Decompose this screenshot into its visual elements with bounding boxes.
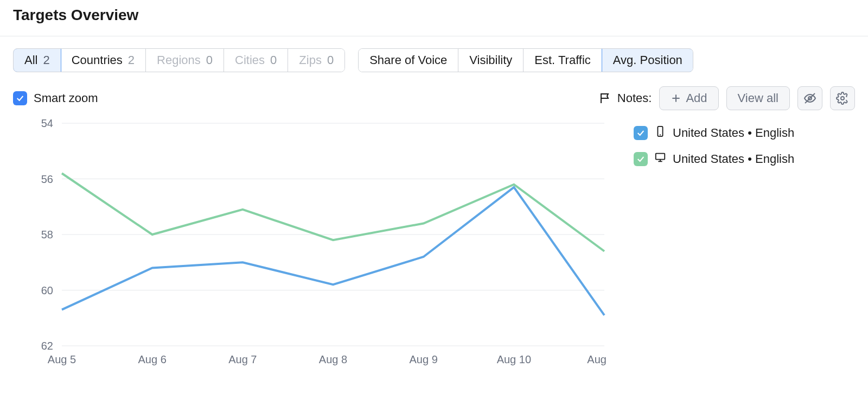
- svg-text:54: 54: [41, 118, 53, 129]
- legend-label: United States • English: [673, 126, 794, 140]
- tab-est-traffic[interactable]: Est. Traffic: [524, 49, 602, 72]
- svg-text:Aug 9: Aug 9: [410, 353, 438, 365]
- svg-text:Aug 7: Aug 7: [228, 353, 257, 365]
- tab-share-of-voice[interactable]: Share of Voice: [359, 49, 458, 72]
- view-all-notes-button[interactable]: View all: [726, 86, 790, 110]
- plus-icon: [671, 93, 681, 104]
- tab-regions: Regions0: [146, 49, 224, 72]
- svg-text:62: 62: [41, 340, 53, 352]
- checkbox-smart-zoom[interactable]: [13, 91, 27, 105]
- svg-rect-24: [656, 154, 665, 160]
- settings-button[interactable]: [830, 86, 855, 110]
- page-title: Targets Overview: [0, 0, 868, 36]
- notes-label: Notes:: [599, 91, 652, 105]
- tab-visibility[interactable]: Visibility: [458, 49, 524, 72]
- svg-text:Aug 8: Aug 8: [319, 353, 347, 365]
- desktop-icon: [654, 151, 666, 167]
- smart-zoom-label: Smart zoom: [34, 91, 98, 105]
- geo-tabs: All2Countries2Regions0Cities0Zips0: [13, 48, 345, 72]
- svg-text:58: 58: [41, 229, 53, 241]
- svg-text:60: 60: [41, 284, 53, 296]
- svg-text:Aug 5: Aug 5: [48, 353, 76, 365]
- line-chart[interactable]: 5456586062Aug 5Aug 6Aug 7Aug 8Aug 9Aug 1…: [13, 118, 610, 373]
- tab-countries[interactable]: Countries2: [61, 49, 146, 72]
- legend-checkbox[interactable]: [634, 126, 648, 140]
- tab-all[interactable]: All2: [13, 48, 61, 72]
- series-line[interactable]: [62, 187, 604, 315]
- metric-tabs: Share of VoiceVisibilityEst. TrafficAvg.…: [358, 48, 693, 72]
- svg-text:Aug 6: Aug 6: [138, 353, 167, 365]
- tab-avg-position[interactable]: Avg. Position: [602, 48, 693, 72]
- smart-zoom-toggle[interactable]: Smart zoom: [13, 91, 98, 105]
- toolbar-row: Smart zoom Notes: Add View all: [0, 79, 868, 116]
- chart-wrap: 5456586062Aug 5Aug 6Aug 7Aug 8Aug 9Aug 1…: [0, 116, 868, 386]
- flag-icon: [599, 92, 612, 105]
- legend-item[interactable]: United States • English: [631, 146, 796, 172]
- toggle-visibility-button[interactable]: [797, 86, 822, 110]
- svg-text:Aug 10: Aug 10: [497, 353, 531, 365]
- tab-zips: Zips0: [288, 49, 344, 72]
- legend-checkbox[interactable]: [634, 152, 648, 166]
- gear-icon: [836, 92, 849, 105]
- series-line[interactable]: [62, 173, 604, 251]
- svg-point-4: [841, 97, 844, 100]
- legend: United States • EnglishUnited States • E…: [631, 118, 796, 373]
- add-note-button[interactable]: Add: [659, 86, 718, 110]
- legend-item[interactable]: United States • English: [631, 120, 796, 146]
- svg-text:Aug 11: Aug 11: [587, 353, 610, 365]
- controls-row: All2Countries2Regions0Cities0Zips0 Share…: [0, 36, 868, 79]
- eye-off-icon: [803, 92, 816, 105]
- tab-cities: Cities0: [224, 49, 288, 72]
- mobile-icon: [654, 125, 666, 141]
- svg-text:56: 56: [41, 173, 53, 185]
- chart-stage: 5456586062Aug 5Aug 6Aug 7Aug 8Aug 9Aug 1…: [13, 118, 610, 373]
- legend-label: United States • English: [673, 152, 794, 166]
